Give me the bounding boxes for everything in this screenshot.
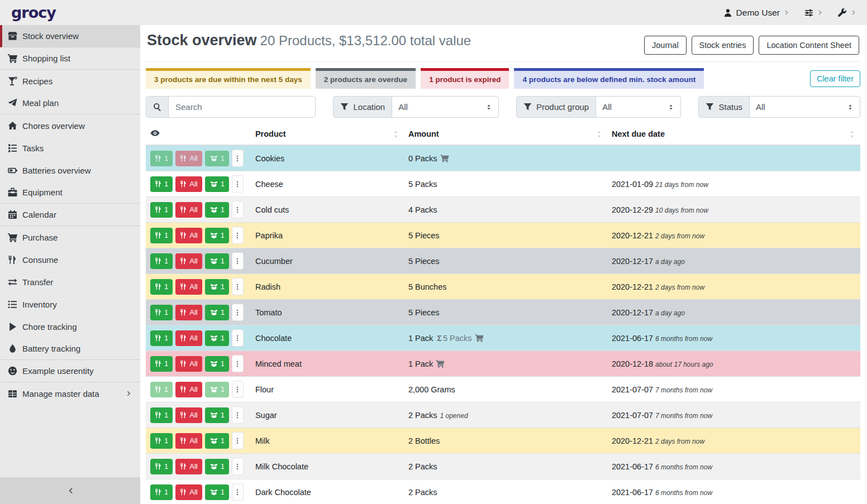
consume-all-button[interactable]: All (175, 382, 202, 397)
consume-one-button[interactable]: 1 (150, 305, 173, 320)
open-one-button[interactable]: 1 (205, 151, 229, 166)
clear-filter-button[interactable]: Clear filter (810, 70, 860, 87)
row-menu-button[interactable] (232, 252, 244, 270)
consume-one-button[interactable]: 1 (150, 407, 173, 423)
row-menu-button[interactable] (232, 483, 244, 501)
consume-one-button[interactable]: 1 (150, 459, 173, 474)
row-menu-button[interactable] (232, 304, 244, 321)
stock-entries-button[interactable]: Stock entries (692, 36, 754, 55)
consume-all-button[interactable]: All (175, 459, 202, 474)
status-select[interactable]: All (750, 97, 860, 117)
sidebar-item-battery-tracking[interactable]: Battery tracking (0, 338, 140, 360)
consume-all-button[interactable]: All (175, 253, 202, 269)
consume-all-button[interactable]: All (175, 356, 202, 372)
open-one-button[interactable]: 1 (205, 279, 229, 295)
row-menu-button[interactable] (232, 150, 244, 167)
smile-icon (8, 366, 17, 376)
open-one-button[interactable]: 1 (205, 202, 229, 218)
product-column-header[interactable]: Product (251, 125, 404, 145)
consume-all-button[interactable]: All (175, 202, 202, 218)
open-one-button[interactable]: 1 (205, 382, 229, 397)
search-input[interactable] (169, 97, 315, 117)
open-one-button[interactable]: 1 (205, 484, 229, 500)
row-menu-button[interactable] (232, 458, 244, 475)
eye-icon[interactable] (150, 128, 160, 138)
product-group-select[interactable]: All (596, 97, 680, 117)
amount-column-header[interactable]: Amount (404, 125, 607, 145)
row-menu-button[interactable] (232, 278, 244, 295)
row-menu-button[interactable] (232, 201, 244, 218)
row-menu-button[interactable] (232, 355, 244, 372)
sidebar-item-chore-tracking[interactable]: Chore tracking (0, 315, 140, 338)
consume-one-button[interactable]: 1 (150, 176, 173, 192)
consume-all-button[interactable]: All (175, 407, 202, 423)
due-date-column-header[interactable]: Next due date (607, 125, 860, 145)
consume-one-button[interactable]: 1 (150, 356, 173, 372)
sort-icon[interactable] (596, 131, 603, 138)
open-one-button[interactable]: 1 (205, 459, 229, 474)
sidebar-item-equipment[interactable]: Equipment (0, 181, 140, 204)
sidebar-item-tasks[interactable]: Tasks (0, 137, 140, 159)
admin-menu[interactable] (838, 8, 857, 17)
utensils-icon (180, 386, 187, 393)
sidebar-item-stock-overview[interactable]: Stock overview (0, 25, 140, 47)
open-one-button[interactable]: 1 (205, 330, 229, 346)
consume-one-button[interactable]: 1 (150, 253, 173, 269)
sidebar-item-inventory[interactable]: Inventory (0, 293, 140, 315)
consume-all-button[interactable]: All (175, 228, 202, 243)
open-one-button[interactable]: 1 (205, 176, 229, 192)
expired-chip[interactable]: 1 product is expired (421, 68, 509, 89)
sidebar-item-batteries-overview[interactable]: Batteries overview (0, 159, 140, 181)
open-one-button[interactable]: 1 (205, 433, 229, 449)
journal-button[interactable]: Journal (644, 36, 687, 55)
sidebar-item-calendar[interactable]: Calendar (0, 204, 140, 226)
consume-one-button[interactable]: 1 (150, 151, 173, 166)
consume-one-button[interactable]: 1 (150, 484, 173, 500)
below-min-stock-chip[interactable]: 4 products are below defined min. stock … (514, 68, 704, 89)
consume-one-button[interactable]: 1 (150, 228, 173, 243)
sidebar-item-purchase[interactable]: Purchase (0, 226, 140, 248)
open-one-button[interactable]: 1 (205, 305, 229, 320)
sidebar-item-example-userentity[interactable]: Example userentity (0, 360, 140, 382)
overdue-chip[interactable]: 2 products are overdue (316, 68, 416, 89)
location-content-sheet-button[interactable]: Location Content Sheet (759, 36, 859, 55)
due-date-relative: 6 months from now (655, 335, 712, 343)
sort-icon[interactable] (392, 131, 399, 138)
row-menu-button[interactable] (232, 381, 244, 398)
open-one-button[interactable]: 1 (205, 356, 229, 372)
sidebar-item-consume[interactable]: Consume (0, 248, 140, 271)
consume-one-button[interactable]: 1 (150, 433, 173, 449)
consume-all-button[interactable]: All (175, 176, 202, 192)
consume-one-button[interactable]: 1 (150, 382, 173, 397)
sidebar-item-manage-master-data[interactable]: Manage master data (0, 382, 140, 405)
consume-one-button[interactable]: 1 (150, 330, 173, 346)
consume-all-button[interactable]: All (175, 279, 202, 295)
location-select[interactable]: All (392, 97, 498, 117)
user-menu[interactable]: Demo User (723, 8, 790, 18)
settings-menu[interactable] (804, 8, 823, 17)
sidebar-item-meal-plan[interactable]: Meal plan (0, 92, 140, 114)
consume-all-button[interactable]: All (175, 330, 202, 346)
sidebar-item-recipes[interactable]: Recipes (0, 70, 140, 92)
row-menu-button[interactable] (232, 432, 244, 449)
row-menu-button[interactable] (232, 406, 244, 424)
consume-one-button[interactable]: 1 (150, 202, 173, 218)
due-soon-chip[interactable]: 3 products are due within the next 5 day… (146, 68, 311, 89)
consume-all-button[interactable]: All (175, 433, 202, 449)
consume-all-button[interactable]: All (175, 484, 202, 500)
consume-all-button[interactable]: All (175, 305, 202, 320)
sidebar-item-shopping-list[interactable]: Shopping list (0, 47, 140, 70)
sidebar-item-label: Battery tracking (22, 344, 80, 353)
row-menu-button[interactable] (232, 329, 244, 347)
consume-all-button[interactable]: All (175, 151, 202, 166)
sidebar-item-chores-overview[interactable]: Chores overview (0, 114, 140, 137)
sidebar-collapse-button[interactable] (0, 477, 140, 504)
open-one-button[interactable]: 1 (205, 407, 229, 423)
sort-icon[interactable] (849, 131, 856, 138)
row-menu-button[interactable] (232, 175, 244, 193)
row-menu-button[interactable] (232, 227, 244, 244)
open-one-button[interactable]: 1 (205, 228, 229, 243)
consume-one-button[interactable]: 1 (150, 279, 173, 295)
open-one-button[interactable]: 1 (205, 253, 229, 269)
sidebar-item-transfer[interactable]: Transfer (0, 271, 140, 293)
